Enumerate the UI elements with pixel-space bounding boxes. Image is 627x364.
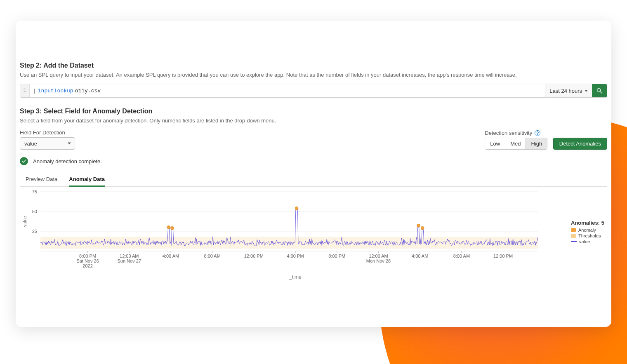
svg-point-0 (597, 89, 601, 92)
result-tabs: Preview Data Anomaly Data (20, 173, 607, 187)
sensitivity-block: Detection sensitivity ? Low Med High Det… (485, 130, 607, 150)
svg-text:Sun Nov 27: Sun Nov 27 (118, 258, 141, 263)
query-line-number: 1 (20, 84, 30, 97)
sensitivity-label: Detection sensitivity (485, 130, 532, 136)
chart-area: 255075value8:00 PMSat Nov 26202212:00 AM… (20, 189, 571, 280)
sensitivity-label-row: Detection sensitivity ? (485, 130, 607, 136)
tab-anomaly-data[interactable]: Anomaly Data (69, 173, 105, 187)
svg-text:12:00 AM: 12:00 AM (369, 254, 388, 258)
spl-query-input[interactable]: | inputlookup o11y.csv (30, 84, 545, 97)
svg-text:4:00 PM: 4:00 PM (287, 254, 304, 258)
svg-text:2022: 2022 (82, 263, 92, 268)
svg-text:25: 25 (32, 229, 37, 234)
svg-text:value: value (22, 216, 27, 227)
svg-text:4:00 AM: 4:00 AM (412, 254, 428, 258)
field-label: Field For Detection (20, 129, 75, 136)
check-circle-icon (20, 157, 28, 165)
anomalies-count: Anomalies: 5 (571, 220, 607, 226)
chevron-down-icon (68, 143, 71, 145)
status-text: Anomaly detection complete. (33, 158, 102, 164)
field-select[interactable]: value (20, 137, 75, 150)
svg-text:8:00 AM: 8:00 AM (204, 254, 220, 258)
svg-text:Mon Nov 28: Mon Nov 28 (366, 258, 391, 263)
step2-title: Step 2: Add the Dataset (20, 62, 607, 69)
legend-swatch-thresholds (571, 234, 576, 238)
svg-text:50: 50 (32, 209, 37, 214)
sensitivity-high[interactable]: High (526, 138, 547, 149)
svg-text:12:00 AM: 12:00 AM (120, 254, 139, 258)
legend-swatch-value (571, 241, 577, 242)
step3-subtitle: Select a field from your dataset for ano… (20, 117, 607, 124)
chevron-down-icon (585, 90, 588, 92)
detect-anomalies-button[interactable]: Detect Anomalies (553, 138, 607, 150)
field-select-value: value (24, 141, 37, 147)
time-range-picker[interactable]: Last 24 hours (545, 84, 592, 97)
query-argument: o11y.csv (75, 88, 101, 94)
svg-line-1 (600, 92, 602, 93)
sensitivity-low[interactable]: Low (485, 138, 505, 149)
svg-point-10 (167, 225, 170, 229)
spl-query-bar: 1 | inputlookup o11y.csv Last 24 hours (20, 84, 607, 98)
x-axis-label: _time (20, 274, 571, 280)
step2-subtitle: Use an SPL query to input your dataset. … (20, 72, 607, 78)
svg-text:Sat Nov 26: Sat Nov 26 (76, 258, 99, 263)
search-icon (596, 87, 603, 94)
chart-container: 255075value8:00 PMSat Nov 26202212:00 AM… (20, 189, 607, 280)
anomaly-chart[interactable]: 255075value8:00 PMSat Nov 26202212:00 AM… (20, 189, 540, 272)
step3-title: Step 3: Select Field for Anomaly Detecti… (20, 108, 607, 115)
svg-point-13 (417, 224, 420, 227)
time-range-label: Last 24 hours (549, 88, 582, 94)
legend-item-anomaly[interactable]: Anomaly (571, 228, 607, 232)
legend-swatch-anomaly (571, 228, 576, 232)
field-selector-block: Field For Detection value (20, 129, 75, 150)
svg-text:12:00 PM: 12:00 PM (244, 254, 264, 258)
svg-text:8:00 PM: 8:00 PM (328, 254, 345, 258)
main-panel: Step 2: Add the Dataset Use an SPL query… (16, 21, 611, 327)
controls-row: Field For Detection value Detection sens… (20, 129, 607, 150)
legend-item-thresholds[interactable]: Thresholds (571, 233, 607, 238)
sensitivity-med[interactable]: Med (505, 138, 526, 149)
svg-text:8:00 PM: 8:00 PM (79, 254, 96, 258)
help-icon[interactable]: ? (535, 130, 540, 136)
svg-point-12 (295, 207, 298, 210)
svg-point-14 (421, 226, 424, 230)
svg-text:4:00 AM: 4:00 AM (163, 254, 179, 258)
svg-text:12:00 PM: 12:00 PM (493, 254, 513, 258)
query-command: inputlookup (38, 88, 73, 94)
query-pipe: | (33, 88, 36, 94)
chart-legend: Anomalies: 5 Anomaly Thresholds value (571, 189, 607, 245)
legend-item-value[interactable]: value (571, 239, 607, 244)
svg-point-11 (171, 226, 174, 230)
svg-text:75: 75 (32, 189, 37, 194)
sensitivity-toggle: Low Med High (485, 138, 547, 150)
tab-preview-data[interactable]: Preview Data (26, 173, 57, 187)
status-row: Anomaly detection complete. (20, 157, 607, 165)
search-button[interactable] (592, 84, 607, 97)
svg-text:8:00 AM: 8:00 AM (453, 254, 470, 258)
